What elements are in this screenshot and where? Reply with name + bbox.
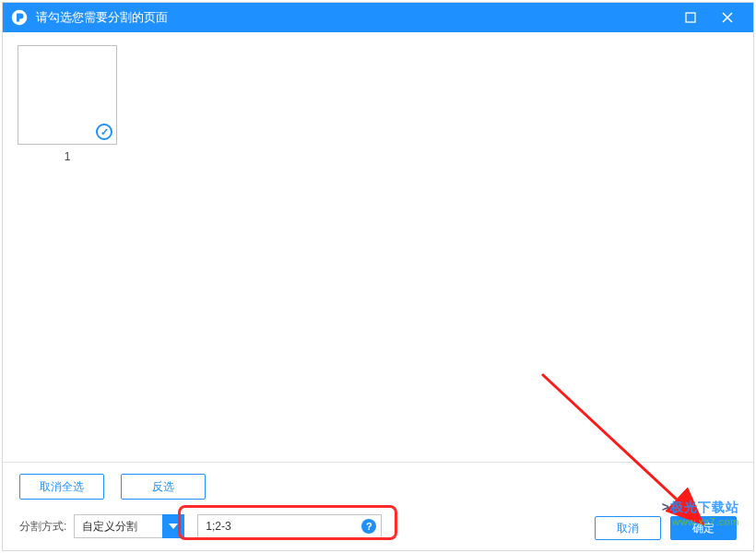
cancel-button[interactable]: 取消	[595, 516, 661, 540]
action-buttons: 取消 确定	[595, 516, 737, 540]
split-mode-value: 自定义分割	[74, 514, 162, 538]
selection-row: 取消全选 反选	[19, 474, 737, 500]
confirm-button[interactable]: 确定	[670, 516, 737, 540]
dialog-window: 请勾选您需要分割的页面 ✓ 1 取消全选 反选 分割方式: 自定义分割	[2, 2, 754, 551]
page-thumb-1[interactable]: ✓ 1	[18, 45, 117, 163]
page-range-group: ?	[197, 514, 382, 538]
page-number: 1	[18, 150, 117, 163]
page-range-input[interactable]	[197, 514, 382, 538]
window-controls	[672, 3, 746, 32]
chevron-down-icon[interactable]	[162, 514, 184, 538]
titlebar: 请勾选您需要分割的页面	[3, 3, 753, 32]
close-button[interactable]	[709, 3, 746, 32]
invert-selection-button[interactable]: 反选	[121, 474, 206, 500]
svg-rect-1	[686, 13, 695, 22]
window-title: 请勾选您需要分割的页面	[36, 9, 672, 26]
footer-panel: 取消全选 反选 分割方式: 自定义分割 ? 取消 确定	[3, 462, 753, 551]
maximize-button[interactable]	[672, 3, 709, 32]
page-preview[interactable]: ✓	[18, 45, 117, 145]
split-mode-label: 分割方式:	[19, 519, 66, 535]
deselect-all-button[interactable]: 取消全选	[19, 474, 104, 500]
app-icon	[10, 8, 29, 27]
page-grid: ✓ 1	[3, 32, 753, 462]
checkmark-icon: ✓	[96, 124, 112, 140]
split-mode-select[interactable]: 自定义分割	[74, 514, 184, 538]
